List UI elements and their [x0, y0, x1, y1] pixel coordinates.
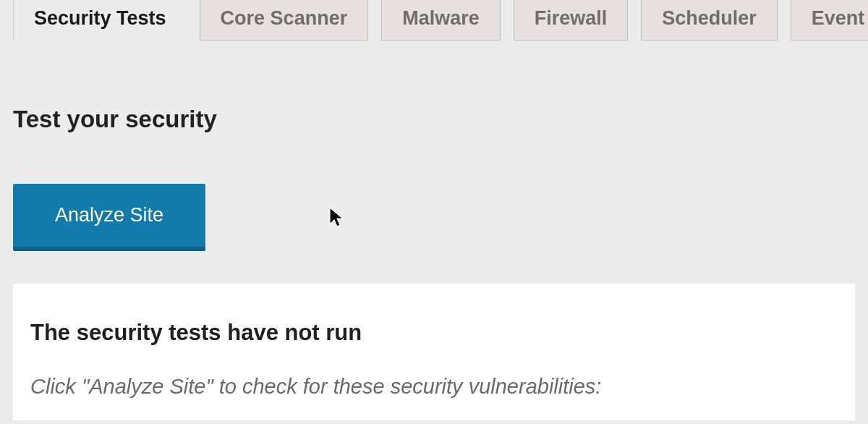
page-title: Test your security — [13, 106, 855, 133]
results-card: The security tests have not run Click "A… — [13, 284, 855, 420]
tab-scheduler[interactable]: Scheduler — [641, 0, 778, 41]
tab-security-tests[interactable]: Security Tests — [13, 0, 187, 41]
results-card-subtext: Click "Analyze Site" to check for these … — [30, 375, 838, 399]
results-card-title: The security tests have not run — [30, 320, 838, 346]
main-content: Test your security Analyze Site The secu… — [0, 41, 868, 420]
tab-event-log[interactable]: Event Log — [791, 0, 868, 41]
tabs-bar: Security Tests Core Scanner Malware Fire… — [0, 0, 868, 41]
tab-malware[interactable]: Malware — [381, 0, 501, 41]
tab-core-scanner[interactable]: Core Scanner — [200, 0, 369, 41]
tab-firewall[interactable]: Firewall — [514, 0, 629, 41]
analyze-site-button[interactable]: Analyze Site — [13, 184, 205, 251]
